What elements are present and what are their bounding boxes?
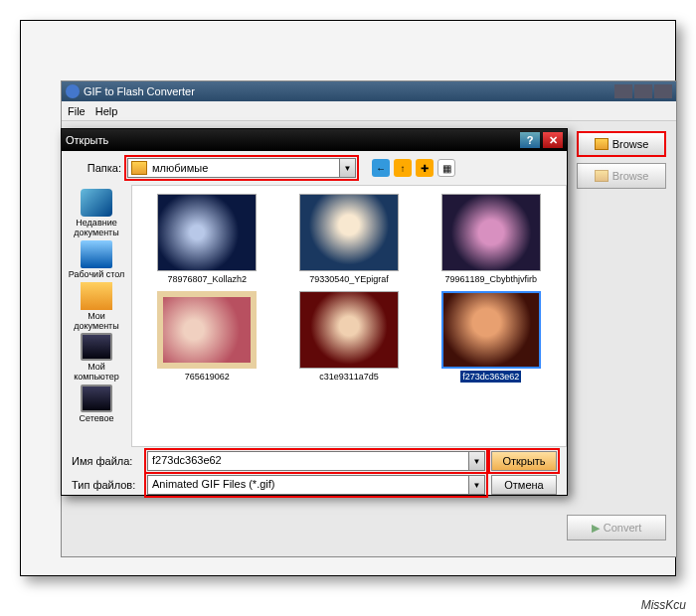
place-label: Недавние документы — [74, 218, 118, 237]
folder-icon — [595, 170, 609, 182]
places-bar: Недавние документы Рабочий стол Мои доку… — [62, 185, 131, 447]
dialog-help-button[interactable]: ? — [520, 132, 540, 148]
dialog-bottom: Имя файла: f273dc363e62 ▼ Открыть Тип фа… — [62, 447, 567, 505]
file-item[interactable]: c31e9311a7d5 — [282, 291, 417, 383]
folder-label: Папка: — [72, 162, 121, 174]
browse-label: Browse — [612, 138, 649, 150]
chevron-down-icon[interactable]: ▼ — [468, 452, 484, 470]
filetype-label: Тип файлов: — [72, 479, 141, 491]
dialog-title: Открыть — [66, 134, 108, 146]
file-name: f273dc363e62 — [460, 371, 521, 383]
file-item-selected[interactable]: f273dc363e62 — [424, 291, 558, 383]
place-label: Мой компьютер — [74, 362, 118, 382]
back-icon[interactable]: ← — [372, 159, 390, 177]
file-item[interactable]: 765619062 — [140, 291, 274, 383]
main-titlebar: GIF to Flash Converter — [62, 81, 676, 101]
recent-icon — [81, 189, 112, 217]
dialog-titlebar: Открыть ? ✕ — [62, 129, 567, 151]
maximize-button[interactable] — [634, 84, 652, 98]
outer-frame: GIF to Flash Converter File Help Browse … — [20, 20, 676, 576]
app-icon — [66, 84, 80, 98]
browse-dest-button[interactable]: Browse — [577, 163, 666, 189]
cancel-button[interactable]: Отмена — [491, 475, 557, 495]
browse-stack: Browse Browse — [577, 131, 666, 195]
computer-icon — [81, 333, 112, 361]
desktop-icon — [81, 240, 112, 268]
filename-label: Имя файла: — [72, 455, 141, 467]
thumbnail — [441, 291, 541, 369]
folder-value: млюбимые — [150, 162, 339, 174]
file-name: 765619062 — [183, 371, 232, 383]
place-network[interactable]: Сетевое — [65, 385, 128, 424]
place-desktop[interactable]: Рабочий стол — [65, 240, 128, 280]
file-name: 78976807_Kollazh2 — [166, 273, 250, 285]
convert-button[interactable]: ▶ Convert — [567, 515, 666, 540]
network-icon — [81, 385, 112, 412]
chevron-down-icon[interactable]: ▼ — [339, 159, 355, 177]
place-mycomputer[interactable]: Мой компьютер — [65, 333, 128, 383]
folder-icon — [595, 138, 609, 150]
new-folder-icon[interactable]: ✚ — [416, 159, 434, 177]
open-dialog: Открыть ? ✕ Папка: млюбимые ▼ ← ↑ ✚ ▦ — [61, 128, 568, 496]
watermark: MissKcu — [641, 598, 686, 612]
chevron-down-icon[interactable]: ▼ — [468, 476, 484, 494]
thumbnail — [157, 291, 257, 369]
place-label: Сетевое — [80, 413, 114, 423]
toolbar-icons: ← ↑ ✚ ▦ — [372, 159, 455, 177]
thumbnail — [299, 291, 399, 369]
filename-input[interactable]: f273dc363e62 ▼ — [147, 451, 485, 471]
thumbnail — [157, 194, 257, 271]
folder-icon — [131, 161, 147, 175]
browse-source-button[interactable]: Browse — [577, 131, 666, 157]
filetype-value: Animated GIF Files (*.gif) — [148, 476, 468, 494]
main-menubar: File Help — [62, 101, 676, 121]
menu-help[interactable]: Help — [95, 105, 118, 117]
filename-value: f273dc363e62 — [148, 452, 468, 470]
file-item[interactable]: 78976807_Kollazh2 — [140, 194, 274, 285]
browse-label: Browse — [612, 170, 649, 182]
file-item[interactable]: 79330540_YEpigraf — [282, 194, 417, 285]
view-icon[interactable]: ▦ — [437, 159, 455, 177]
file-grid: 78976807_Kollazh2 79330540_YEpigraf 7996… — [131, 185, 567, 447]
up-icon[interactable]: ↑ — [394, 159, 412, 177]
minimize-button[interactable] — [614, 84, 632, 98]
close-button[interactable] — [654, 84, 672, 98]
convert-label: Convert — [604, 522, 642, 534]
filetype-select[interactable]: Animated GIF Files (*.gif) ▼ — [147, 475, 485, 495]
menu-file[interactable]: File — [68, 105, 86, 117]
place-label: Мои документы — [74, 311, 118, 331]
open-button[interactable]: Открыть — [491, 451, 557, 471]
file-name: 79330540_YEpigraf — [307, 273, 391, 285]
file-name: c31e9311a7d5 — [317, 371, 381, 383]
folder-select[interactable]: млюбимые ▼ — [127, 158, 356, 178]
documents-icon — [81, 282, 112, 310]
dialog-body: Недавние документы Рабочий стол Мои доку… — [62, 185, 567, 447]
file-item[interactable]: 79961189_Cbybthjvfirb — [424, 194, 558, 285]
main-title: GIF to Flash Converter — [84, 85, 195, 97]
place-recent[interactable]: Недавние документы — [65, 189, 128, 238]
thumbnail — [441, 194, 541, 271]
file-name: 79961189_Cbybthjvfirb — [442, 273, 539, 285]
dialog-toolbar: Папка: млюбимые ▼ ← ↑ ✚ ▦ — [62, 151, 567, 185]
place-documents[interactable]: Мои документы — [65, 282, 128, 332]
dialog-close-button[interactable]: ✕ — [543, 132, 563, 148]
thumbnail — [299, 194, 399, 271]
place-label: Рабочий стол — [69, 269, 125, 279]
